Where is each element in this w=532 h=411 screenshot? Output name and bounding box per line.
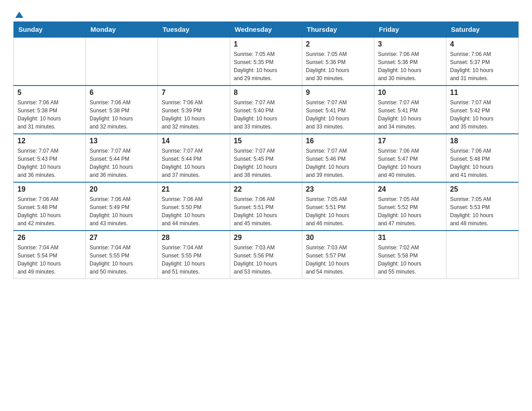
calendar-cell: 5Sunrise: 7:06 AMSunset: 5:38 PMDaylight… xyxy=(14,86,86,134)
day-info: Sunrise: 7:07 AMSunset: 5:45 PMDaylight:… xyxy=(234,147,298,179)
day-info: Sunrise: 7:07 AMSunset: 5:44 PMDaylight:… xyxy=(162,147,226,179)
day-info: Sunrise: 7:04 AMSunset: 5:54 PMDaylight:… xyxy=(17,244,82,276)
day-number: 2 xyxy=(306,40,370,48)
week-row-5: 26Sunrise: 7:04 AMSunset: 5:54 PMDayligh… xyxy=(14,231,519,279)
calendar-cell: 26Sunrise: 7:04 AMSunset: 5:54 PMDayligh… xyxy=(14,231,86,279)
day-number: 18 xyxy=(450,137,515,145)
calendar-cell: 9Sunrise: 7:07 AMSunset: 5:41 PMDaylight… xyxy=(302,86,374,134)
day-number: 4 xyxy=(450,40,515,48)
calendar-cell: 2Sunrise: 7:05 AMSunset: 5:36 PMDaylight… xyxy=(302,37,374,86)
calendar-cell: 4Sunrise: 7:06 AMSunset: 5:37 PMDaylight… xyxy=(446,37,519,86)
calendar-cell: 31Sunrise: 7:02 AMSunset: 5:58 PMDayligh… xyxy=(374,231,446,279)
week-row-4: 19Sunrise: 7:06 AMSunset: 5:48 PMDayligh… xyxy=(14,182,519,231)
day-info: Sunrise: 7:07 AMSunset: 5:43 PMDaylight:… xyxy=(17,147,82,179)
day-info: Sunrise: 7:06 AMSunset: 5:48 PMDaylight:… xyxy=(17,195,82,227)
calendar-cell: 13Sunrise: 7:07 AMSunset: 5:44 PMDayligh… xyxy=(86,134,158,182)
calendar-cell: 18Sunrise: 7:06 AMSunset: 5:48 PMDayligh… xyxy=(446,134,519,182)
day-number: 5 xyxy=(17,89,82,97)
day-number: 8 xyxy=(234,89,298,97)
day-info: Sunrise: 7:04 AMSunset: 5:55 PMDaylight:… xyxy=(162,244,226,276)
calendar-cell: 22Sunrise: 7:06 AMSunset: 5:51 PMDayligh… xyxy=(230,182,302,231)
calendar-cell: 30Sunrise: 7:03 AMSunset: 5:57 PMDayligh… xyxy=(302,231,374,279)
day-number: 29 xyxy=(234,234,298,242)
day-info: Sunrise: 7:06 AMSunset: 5:39 PMDaylight:… xyxy=(162,98,226,131)
day-number: 15 xyxy=(234,137,298,145)
calendar-header-sunday: Sunday xyxy=(14,22,86,38)
day-info: Sunrise: 7:04 AMSunset: 5:55 PMDaylight:… xyxy=(90,244,154,276)
day-info: Sunrise: 7:05 AMSunset: 5:36 PMDaylight:… xyxy=(306,50,370,82)
day-info: Sunrise: 7:06 AMSunset: 5:50 PMDaylight:… xyxy=(162,195,226,227)
calendar-cell: 3Sunrise: 7:06 AMSunset: 5:36 PMDaylight… xyxy=(374,37,446,86)
calendar-cell: 11Sunrise: 7:07 AMSunset: 5:42 PMDayligh… xyxy=(446,86,519,134)
calendar-cell: 20Sunrise: 7:06 AMSunset: 5:49 PMDayligh… xyxy=(86,182,158,231)
calendar-cell: 15Sunrise: 7:07 AMSunset: 5:45 PMDayligh… xyxy=(230,134,302,182)
day-info: Sunrise: 7:07 AMSunset: 5:46 PMDaylight:… xyxy=(306,147,370,179)
day-info: Sunrise: 7:06 AMSunset: 5:48 PMDaylight:… xyxy=(450,147,515,179)
page-header xyxy=(13,9,519,17)
calendar-cell: 14Sunrise: 7:07 AMSunset: 5:44 PMDayligh… xyxy=(158,134,230,182)
calendar-cell xyxy=(14,37,86,86)
day-info: Sunrise: 7:06 AMSunset: 5:37 PMDaylight:… xyxy=(450,50,515,82)
day-number: 26 xyxy=(17,234,82,242)
logo-triangle-icon xyxy=(14,10,24,20)
calendar-cell: 10Sunrise: 7:07 AMSunset: 5:41 PMDayligh… xyxy=(374,86,446,134)
day-info: Sunrise: 7:07 AMSunset: 5:41 PMDaylight:… xyxy=(306,98,370,131)
svg-marker-0 xyxy=(15,12,23,18)
day-info: Sunrise: 7:07 AMSunset: 5:44 PMDaylight:… xyxy=(90,147,154,179)
day-number: 13 xyxy=(90,137,154,145)
calendar-cell: 1Sunrise: 7:05 AMSunset: 5:35 PMDaylight… xyxy=(230,37,302,86)
day-number: 3 xyxy=(378,40,442,48)
day-info: Sunrise: 7:07 AMSunset: 5:41 PMDaylight:… xyxy=(378,98,442,131)
day-info: Sunrise: 7:06 AMSunset: 5:51 PMDaylight:… xyxy=(234,195,298,227)
calendar-cell: 17Sunrise: 7:06 AMSunset: 5:47 PMDayligh… xyxy=(374,134,446,182)
logo xyxy=(13,9,24,17)
calendar-cell: 12Sunrise: 7:07 AMSunset: 5:43 PMDayligh… xyxy=(14,134,86,182)
day-info: Sunrise: 7:03 AMSunset: 5:57 PMDaylight:… xyxy=(306,244,370,276)
calendar-header-thursday: Thursday xyxy=(302,22,374,38)
calendar-cell xyxy=(86,37,158,86)
week-row-3: 12Sunrise: 7:07 AMSunset: 5:43 PMDayligh… xyxy=(14,134,519,182)
day-number: 24 xyxy=(378,185,442,193)
day-number: 17 xyxy=(378,137,442,145)
day-number: 14 xyxy=(162,137,226,145)
calendar-table: SundayMondayTuesdayWednesdayThursdayFrid… xyxy=(13,21,519,279)
day-number: 11 xyxy=(450,89,515,97)
calendar-cell: 16Sunrise: 7:07 AMSunset: 5:46 PMDayligh… xyxy=(302,134,374,182)
day-info: Sunrise: 7:05 AMSunset: 5:53 PMDaylight:… xyxy=(450,195,515,227)
day-info: Sunrise: 7:03 AMSunset: 5:56 PMDaylight:… xyxy=(234,244,298,276)
calendar-cell: 28Sunrise: 7:04 AMSunset: 5:55 PMDayligh… xyxy=(158,231,230,279)
calendar-cell: 25Sunrise: 7:05 AMSunset: 5:53 PMDayligh… xyxy=(446,182,519,231)
day-number: 16 xyxy=(306,137,370,145)
day-info: Sunrise: 7:07 AMSunset: 5:40 PMDaylight:… xyxy=(234,98,298,131)
day-number: 31 xyxy=(378,234,442,242)
day-number: 28 xyxy=(162,234,226,242)
calendar-header-saturday: Saturday xyxy=(446,22,519,38)
day-number: 9 xyxy=(306,89,370,97)
day-info: Sunrise: 7:06 AMSunset: 5:49 PMDaylight:… xyxy=(90,195,154,227)
day-number: 10 xyxy=(378,89,442,97)
day-number: 25 xyxy=(450,185,515,193)
day-number: 23 xyxy=(306,185,370,193)
calendar-header-monday: Monday xyxy=(86,22,158,38)
day-info: Sunrise: 7:06 AMSunset: 5:38 PMDaylight:… xyxy=(17,98,82,131)
day-info: Sunrise: 7:06 AMSunset: 5:47 PMDaylight:… xyxy=(378,147,442,179)
calendar-header-friday: Friday xyxy=(374,22,446,38)
day-number: 7 xyxy=(162,89,226,97)
day-info: Sunrise: 7:06 AMSunset: 5:36 PMDaylight:… xyxy=(378,50,442,82)
week-row-2: 5Sunrise: 7:06 AMSunset: 5:38 PMDaylight… xyxy=(14,86,519,134)
calendar-cell: 6Sunrise: 7:06 AMSunset: 5:38 PMDaylight… xyxy=(86,86,158,134)
day-number: 27 xyxy=(90,234,154,242)
day-info: Sunrise: 7:07 AMSunset: 5:42 PMDaylight:… xyxy=(450,98,515,131)
calendar-header-tuesday: Tuesday xyxy=(158,22,230,38)
calendar-cell: 19Sunrise: 7:06 AMSunset: 5:48 PMDayligh… xyxy=(14,182,86,231)
day-number: 30 xyxy=(306,234,370,242)
calendar-cell: 24Sunrise: 7:05 AMSunset: 5:52 PMDayligh… xyxy=(374,182,446,231)
week-row-1: 1Sunrise: 7:05 AMSunset: 5:35 PMDaylight… xyxy=(14,37,519,86)
calendar-cell: 29Sunrise: 7:03 AMSunset: 5:56 PMDayligh… xyxy=(230,231,302,279)
calendar-header-row: SundayMondayTuesdayWednesdayThursdayFrid… xyxy=(14,22,519,38)
day-number: 22 xyxy=(234,185,298,193)
day-number: 12 xyxy=(17,137,82,145)
day-info: Sunrise: 7:06 AMSunset: 5:38 PMDaylight:… xyxy=(90,98,154,131)
calendar-cell: 21Sunrise: 7:06 AMSunset: 5:50 PMDayligh… xyxy=(158,182,230,231)
calendar-cell: 23Sunrise: 7:05 AMSunset: 5:51 PMDayligh… xyxy=(302,182,374,231)
